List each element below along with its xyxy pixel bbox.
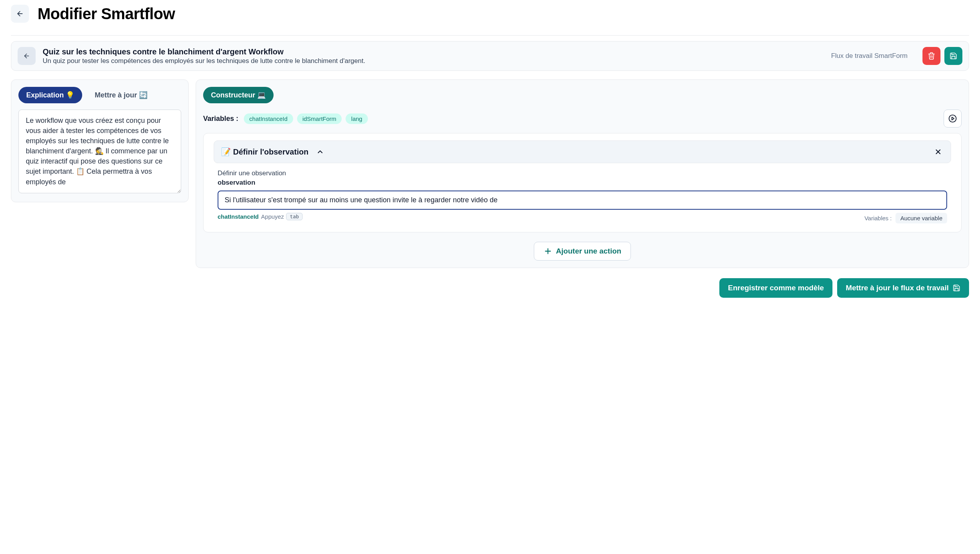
chevron-up-icon	[316, 148, 324, 156]
workflow-info: Quiz sur les techniques contre le blanch…	[43, 47, 824, 65]
trash-icon	[928, 52, 935, 60]
page-header: Modifier Smartflow	[11, 5, 969, 30]
hint-press-label: Appuyez	[261, 213, 284, 220]
svg-point-0	[949, 115, 956, 122]
observation-title: 📝 Définir l'observation	[221, 147, 308, 156]
save-icon	[953, 284, 960, 292]
update-workflow-label: Mettre à jour le flux de travail	[846, 284, 949, 292]
footer-actions: Enregistrer comme modèle Mettre à jour l…	[196, 278, 969, 298]
observation-block: 📝 Définir l'observation Définir une obse…	[203, 133, 962, 232]
delete-button[interactable]	[922, 47, 940, 65]
observation-header[interactable]: 📝 Définir l'observation	[214, 140, 951, 163]
workflow-description: Un quiz pour tester les compétences des …	[43, 57, 824, 65]
workflow-title: Quiz sur les techniques contre le blanch…	[43, 47, 824, 56]
explanation-textarea[interactable]	[18, 110, 181, 193]
key-tab: tab	[286, 213, 302, 220]
variables-row: Variables : chatInstanceId idSmartForm l…	[203, 113, 368, 124]
variable-pill[interactable]: chatInstanceId	[244, 113, 293, 124]
save-button[interactable]	[944, 47, 962, 65]
hint-variables: Variables : Aucune variable	[865, 213, 947, 223]
builder-header: Variables : chatInstanceId idSmartForm l…	[203, 110, 962, 128]
observation-input[interactable]	[218, 191, 947, 210]
hint-autocomplete: chatInstanceId Appuyez tab	[218, 213, 303, 220]
arrow-left-icon	[23, 52, 30, 59]
no-variable-badge: Aucune variable	[895, 213, 947, 223]
variable-pill[interactable]: idSmartForm	[297, 113, 342, 124]
save-icon	[949, 52, 957, 60]
svg-marker-1	[952, 117, 954, 120]
observation-subtitle: Définir une observation	[218, 169, 947, 177]
collapse-button[interactable]	[315, 146, 326, 157]
observation-field-label: observation	[218, 179, 947, 187]
right-tabs: Constructeur 💻	[203, 87, 962, 103]
save-as-template-button[interactable]: Enregistrer comme modèle	[719, 278, 832, 298]
workflow-back-button[interactable]	[18, 47, 36, 65]
tab-update[interactable]: Mettre à jour 🔄	[87, 87, 155, 103]
hint-vars-label: Variables :	[865, 214, 892, 222]
play-circle-icon	[948, 114, 957, 123]
variable-pill[interactable]: lang	[346, 113, 368, 124]
variables-label: Variables :	[203, 115, 238, 123]
explanation-panel: Explication 💡 Mettre à jour 🔄	[11, 79, 189, 202]
save-as-template-label: Enregistrer comme modèle	[728, 284, 824, 292]
tab-builder[interactable]: Constructeur 💻	[203, 87, 274, 103]
workflow-type-label: Flux de travail SmartForm	[831, 52, 908, 60]
divider	[11, 35, 969, 36]
add-action-button[interactable]: Ajouter une action	[534, 242, 631, 261]
back-button[interactable]	[11, 5, 29, 23]
tab-explanation[interactable]: Explication 💡	[18, 87, 82, 103]
add-action-label: Ajouter une action	[556, 247, 622, 255]
close-button[interactable]	[933, 146, 944, 157]
input-hints: chatInstanceId Appuyez tab Variables : A…	[218, 213, 947, 223]
hint-variable-name: chatInstanceId	[218, 213, 259, 220]
observation-body: Définir une observation observation chat…	[214, 169, 951, 223]
add-action-row: Ajouter une action	[203, 242, 962, 261]
workflow-actions	[922, 47, 962, 65]
arrow-left-icon	[16, 10, 24, 18]
plus-icon	[544, 247, 552, 255]
page-title: Modifier Smartflow	[38, 5, 175, 23]
workflow-summary-card: Quiz sur les techniques contre le blanch…	[11, 41, 969, 71]
left-tabs: Explication 💡 Mettre à jour 🔄	[18, 87, 181, 103]
play-button[interactable]	[944, 110, 962, 128]
update-workflow-button[interactable]: Mettre à jour le flux de travail	[837, 278, 969, 298]
close-icon	[934, 148, 942, 156]
builder-panel: Constructeur 💻 Variables : chatInstanceI…	[196, 79, 969, 268]
